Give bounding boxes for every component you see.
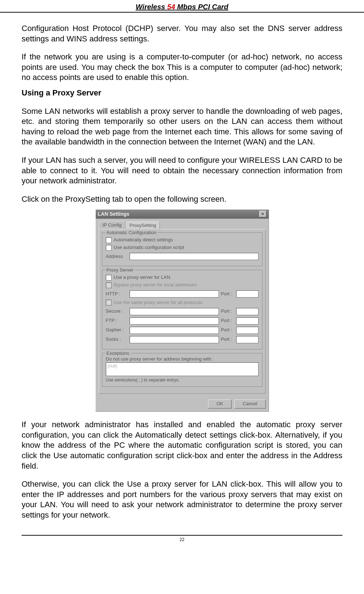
label-secure: Secure :: [106, 308, 127, 314]
content: Configuration Host Protocol (DCHP) serve…: [0, 23, 364, 521]
para-7: Otherwise, you can click the Use a proxy…: [22, 479, 342, 520]
input-exceptions[interactable]: (null): [106, 362, 259, 376]
label-auto-detect: Automatically detect settings: [114, 237, 173, 243]
page-footer: 22: [22, 535, 342, 544]
label-http-port: Port :: [221, 291, 234, 297]
label-socks-port: Port :: [221, 336, 234, 343]
input-secure-port[interactable]: [236, 308, 259, 315]
input-ftp-port[interactable]: [236, 317, 259, 325]
group-proxy-server: Proxy Server Use a proxy server for LAN.…: [102, 270, 262, 349]
tabs: IP Config ProxySetting: [96, 219, 269, 229]
label-ftp-port: Port :: [221, 318, 234, 324]
group-label-auto: Automatic Configuration: [105, 230, 158, 236]
label-ftp: FTP :: [106, 318, 127, 324]
cancel-button[interactable]: Cancel: [234, 399, 265, 408]
label-http: HTTP :: [106, 291, 127, 297]
close-icon[interactable]: ×: [259, 211, 266, 217]
input-http[interactable]: [130, 290, 219, 298]
label-gopher-port: Port :: [221, 327, 234, 333]
dialog-wrap: LAN Settings × IP Config ProxySetting Au…: [22, 209, 342, 412]
group-exceptions: Exceptions Do not use proxy server for a…: [102, 353, 262, 387]
input-address[interactable]: [130, 253, 259, 260]
tab-ip-config[interactable]: IP Config: [99, 221, 126, 229]
label-socks: Socks :: [106, 336, 127, 343]
label-use-proxy: Use a proxy server for LAN.: [114, 274, 171, 281]
group-label-proxy: Proxy Server: [105, 267, 135, 273]
input-socks[interactable]: [130, 336, 219, 343]
hint-exceptions: Use semicolons( ; ) to separate entrys.: [106, 378, 259, 383]
page-header: Wireless 54 Mbps PCI Card: [0, 0, 364, 13]
dialog-title: LAN Settings: [98, 211, 130, 217]
para-2: If the network you are using is a comput…: [22, 52, 342, 83]
checkbox-bypass-local[interactable]: [106, 282, 112, 288]
para-5: Click on the ProxySetting tab to open th…: [22, 194, 342, 205]
label-address: Address: [106, 254, 127, 260]
lan-settings-dialog: LAN Settings × IP Config ProxySetting Au…: [95, 209, 269, 412]
label-bypass-local: Bypass proxy server for local addresses: [114, 282, 197, 288]
input-socks-port[interactable]: [236, 336, 259, 343]
input-http-port[interactable]: [236, 290, 259, 298]
header-red: 54: [167, 3, 175, 11]
tab-body: Automatic Configuration Automatically de…: [99, 229, 266, 394]
input-secure[interactable]: [130, 308, 219, 315]
para-6: If your network administrator has instal…: [22, 420, 342, 471]
header-suffix: Mbps PCI Card: [175, 3, 229, 11]
label-gopher: Gopher :: [106, 327, 127, 333]
group-auto-config: Automatic Configuration Automatically de…: [102, 232, 262, 266]
group-label-exceptions: Exceptions: [105, 350, 131, 357]
label-same-proxy: Use the same proxy server for all protoc…: [114, 300, 203, 306]
ok-button[interactable]: OK: [208, 399, 232, 408]
checkbox-auto-script[interactable]: [106, 245, 112, 251]
input-gopher[interactable]: [130, 327, 219, 334]
checkbox-use-proxy[interactable]: [106, 275, 112, 281]
tab-proxy-setting[interactable]: ProxySetting: [126, 221, 160, 230]
header-title: Wireless 54 Mbps PCI Card: [136, 3, 229, 11]
heading-proxy: Using a Proxy Server: [22, 88, 342, 98]
input-gopher-port[interactable]: [236, 327, 259, 334]
page-number: 22: [180, 537, 184, 542]
dialog-titlebar: LAN Settings ×: [96, 210, 269, 218]
label-secure-port: Port :: [221, 308, 234, 314]
para-3: Some LAN networks will establish a proxy…: [22, 106, 342, 147]
label-auto-script: Use automatic configuration script: [114, 245, 184, 251]
checkbox-auto-detect[interactable]: [106, 237, 112, 243]
para-1: Configuration Host Protocol (DCHP) serve…: [22, 23, 342, 44]
label-exceptions: Do not use proxy server for address begi…: [106, 356, 259, 362]
header-prefix: Wireless: [136, 3, 167, 11]
para-4: If your LAN has such a server, you will …: [22, 155, 342, 186]
checkbox-same-proxy[interactable]: [106, 300, 112, 305]
dialog-buttons: OK Cancel: [96, 397, 269, 411]
input-ftp[interactable]: [130, 317, 219, 325]
